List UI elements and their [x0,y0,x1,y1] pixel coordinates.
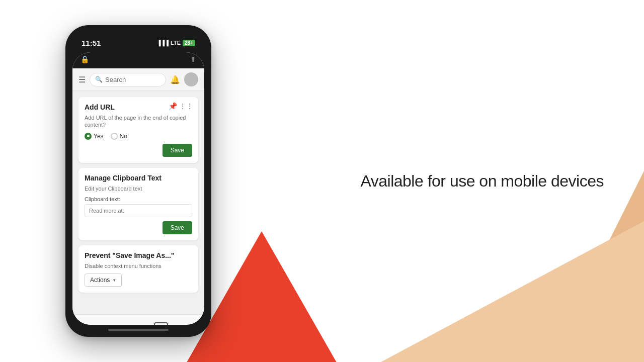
add-url-subtitle: Add URL of the page in the end of copied… [85,114,192,129]
radio-group: Yes No [85,133,192,140]
add-tab-button[interactable]: + [133,321,140,325]
phone-mockup: 11:51 ▐▐▐ LTE 28+ 🔒 ⬆ ☰ 🔍 Search [65,25,211,337]
promo-text: Available for use on mobile devices [360,172,604,191]
search-bar[interactable]: 🔍 Search [90,73,166,86]
phone-screen: 🔒 ⬆ ☰ 🔍 Search 🔔 Add URL 📌 [72,52,204,325]
status-time: 11:51 [82,39,101,47]
browser-chrome: 🔒 ⬆ [72,52,204,68]
hamburger-menu-icon[interactable]: ☰ [78,75,86,84]
actions-label: Actions [90,277,110,284]
radio-yes[interactable]: Yes [85,133,104,140]
add-url-save-button[interactable]: Save [163,144,192,157]
more-options-button[interactable]: ··· [182,322,189,325]
radio-no-circle[interactable] [111,133,118,140]
bottom-nav: ← → + 2 ··· [72,314,204,325]
battery-label: 28+ [183,40,195,46]
status-bar: 11:51 ▐▐▐ LTE 28+ [72,32,204,52]
avatar[interactable] [184,72,198,86]
radio-yes-circle[interactable] [85,133,92,140]
page-content: Add URL 📌 ⋮⋮ Add URL of the page in the … [72,91,204,314]
search-input[interactable]: Search [105,76,126,83]
peach-shape-2 [292,221,644,362]
home-indicator [108,329,169,331]
forward-button[interactable]: → [110,322,119,325]
prevent-title: Prevent "Save Image As..." [85,251,192,259]
status-icons: ▐▐▐ LTE 28+ [157,40,195,46]
clipboard-input[interactable] [85,204,192,217]
chevron-down-icon: ▼ [112,278,116,283]
signal-bars-icon: ▐▐▐ [157,40,169,46]
clipboard-title: Manage Clipboard Text [85,174,192,182]
pin-icon[interactable]: 📌 [169,102,177,110]
radio-yes-label: Yes [94,133,104,140]
radio-no-label: No [120,133,127,140]
clipboard-card: Manage Clipboard Text Edit your Clipboar… [78,168,198,240]
card-action-icons: 📌 ⋮⋮ [169,102,193,110]
radio-no[interactable]: No [111,133,127,140]
back-button[interactable]: ← [88,322,97,325]
prevent-section: Prevent "Save Image As..." Disable conte… [78,245,198,293]
lock-icon: 🔒 [80,55,89,63]
tab-count-badge[interactable]: 2 [154,322,168,325]
clipboard-subtitle: Edit your Clipboard text [85,185,192,192]
share-icon[interactable]: ⬆ [190,55,196,63]
grid-icon[interactable]: ⋮⋮ [179,102,193,110]
actions-button[interactable]: Actions ▼ [85,274,122,287]
nav-bar: ☰ 🔍 Search 🔔 [72,68,204,91]
search-icon: 🔍 [95,76,103,83]
clipboard-save-button[interactable]: Save [163,221,192,234]
bell-icon[interactable]: 🔔 [170,75,180,84]
phone-body: 11:51 ▐▐▐ LTE 28+ 🔒 ⬆ ☰ 🔍 Search [65,25,211,337]
prevent-subtitle: Disable context menu functions [85,262,192,269]
clipboard-input-label: Clipboard text: [85,196,192,202]
lte-label: LTE [171,40,181,46]
add-url-card: Add URL 📌 ⋮⋮ Add URL of the page in the … [78,97,198,163]
